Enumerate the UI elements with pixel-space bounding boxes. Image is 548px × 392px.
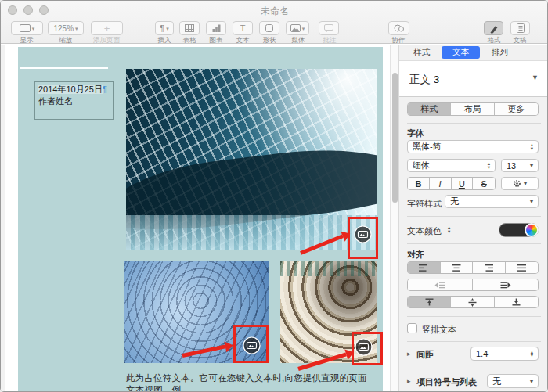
table-icon	[185, 24, 194, 32]
vertical-scrollbar[interactable]	[390, 45, 399, 392]
disclosure-triangle-icon[interactable]: ▸	[407, 377, 411, 385]
color-wheel-icon[interactable]	[525, 223, 539, 237]
annotation-red-box	[233, 325, 269, 363]
chevron-down-icon: ▾	[530, 198, 533, 205]
font-section-label: 字体	[407, 128, 424, 139]
chevron-down-icon: ▾	[530, 162, 533, 169]
outdent-icon	[434, 282, 445, 289]
stepper-icon[interactable]: ▴▾	[531, 351, 533, 358]
align-left-button[interactable]	[408, 262, 441, 273]
photo-placeholder-large[interactable]	[126, 69, 377, 250]
insert-table-button[interactable]	[179, 21, 200, 35]
comment-bubble-icon	[324, 24, 333, 32]
spacing-label: 间距	[416, 349, 434, 361]
photo-detail	[280, 261, 377, 276]
scrollbar-thumb[interactable]	[392, 73, 398, 203]
document-page[interactable]: 2014年10月25日¶ 作者姓名 此为占位符文本。它可在您键入文本时,向您提供…	[18, 47, 383, 392]
collaborate-button[interactable]	[388, 21, 409, 35]
add-page-button[interactable]: +	[91, 21, 123, 35]
paragraph-style-card[interactable]: 正文 3 ▼	[399, 60, 548, 97]
disclosure-triangle-icon[interactable]: ▸	[407, 350, 411, 358]
format-panel-button[interactable]	[484, 21, 503, 35]
spacing-stepper-field[interactable]: 1.4 ▴▾	[470, 347, 539, 361]
plus-icon: +	[104, 23, 110, 34]
collaborate-icon	[394, 24, 405, 32]
author-text: 作者姓名	[38, 95, 110, 107]
segment-style[interactable]: 样式	[408, 103, 451, 115]
annotation-red-box	[352, 332, 383, 365]
stepper-icon[interactable]: ▴▾	[448, 226, 450, 233]
vertical-text-label: 竖排文本	[422, 324, 456, 336]
insert-text-button[interactable]: T	[233, 21, 253, 35]
align-center-button[interactable]	[441, 262, 474, 273]
bar-chart-icon	[212, 24, 221, 32]
font-weight-dropdown[interactable]: 细体 ▴▾	[407, 159, 496, 172]
vertical-text-checkbox[interactable]	[407, 323, 417, 333]
underline-button[interactable]: U	[459, 179, 465, 189]
divider	[407, 341, 541, 342]
strikethrough-button[interactable]: S	[481, 179, 486, 189]
paintbrush-icon	[489, 23, 499, 34]
insert-media-button[interactable]: ▾	[286, 21, 309, 35]
insert-button[interactable]: ¶ ▾	[155, 21, 174, 35]
valign-bottom-icon	[512, 298, 521, 306]
date-author-textbox[interactable]: 2014年10月25日¶ 作者姓名	[34, 81, 114, 120]
font-size-dropdown[interactable]: 13 ▾	[501, 159, 539, 172]
pages-app-window: 未命名 ▾ 显示 125% ▾ 缩放 + 添加页面 ¶ ▾ 插入	[0, 0, 548, 392]
align-center-icon	[452, 264, 461, 272]
zoom-level-button[interactable]: 125% ▾	[48, 21, 84, 35]
chevron-down-icon: ▾	[530, 378, 533, 385]
align-right-icon	[484, 264, 493, 272]
segment-layout[interactable]: 布局	[451, 103, 494, 115]
text-tool-icon: T	[240, 24, 246, 33]
format-panel: 样式 文本 排列 正文 3 ▼ 样式 布局 更多 字体 黑体-简 ▴▾ 细体 ▴…	[399, 45, 548, 392]
font-family-dropdown[interactable]: 黑体-简 ▴▾	[407, 140, 539, 153]
valign-middle-button[interactable]	[451, 297, 494, 307]
char-style-dropdown[interactable]: 无 ▾	[445, 195, 539, 208]
valign-top-button[interactable]	[408, 297, 451, 307]
text-color-swatch[interactable]	[499, 223, 539, 237]
stepper-icon[interactable]: ▴▾	[488, 162, 490, 169]
alignment-section-label: 对齐	[407, 249, 424, 261]
spacing-value: 1.4	[476, 349, 531, 358]
advanced-options-button[interactable]: ▾	[501, 177, 539, 190]
view-options-button[interactable]: ▾	[11, 21, 43, 35]
tab-arrange[interactable]: 排列	[480, 46, 519, 59]
tab-style[interactable]: 样式	[402, 46, 442, 59]
divider	[407, 316, 541, 317]
bold-button[interactable]: B	[415, 179, 421, 189]
placeholder-body-text[interactable]: 此为占位符文本。它可在您键入文本时,向您提供直观的页面文本视图。例 如,您可以看…	[126, 372, 373, 392]
bullets-dropdown[interactable]: 无 ▾	[487, 374, 539, 388]
decrease-indent-button[interactable]	[408, 279, 473, 290]
vertical-align-buttons	[407, 296, 539, 308]
char-style-label: 字符样式	[407, 198, 442, 210]
bullets-value: 无	[492, 376, 530, 387]
valign-bottom-button[interactable]	[495, 297, 538, 307]
italic-button[interactable]: I	[439, 179, 442, 189]
insert-shape-button[interactable]	[259, 21, 279, 35]
left-gutter	[1, 45, 5, 392]
tab-text[interactable]: 文本	[442, 46, 481, 59]
paragraph-style-name: 正文 3	[409, 73, 439, 87]
view-pane-icon	[20, 24, 31, 32]
divider	[407, 123, 541, 124]
window-title: 未命名	[1, 5, 548, 18]
font-size-value: 13	[507, 161, 530, 171]
comment-button[interactable]	[319, 21, 339, 35]
segment-more[interactable]: 更多	[495, 103, 538, 115]
format-panel-tabs: 样式 文本 排列	[402, 46, 519, 59]
increase-indent-button[interactable]	[473, 279, 538, 290]
photo-detail	[126, 215, 377, 250]
align-right-button[interactable]	[473, 262, 506, 273]
chevron-down-icon[interactable]: ▼	[532, 74, 539, 81]
document-setup-button[interactable]	[510, 21, 530, 35]
pilcrow-icon: ¶	[160, 24, 164, 33]
stepper-icon[interactable]: ▴▾	[531, 143, 533, 150]
font-family-value: 黑体-简	[413, 141, 531, 153]
shape-square-icon	[265, 24, 273, 32]
chevron-down-icon: ▾	[302, 26, 305, 31]
insert-chart-button[interactable]	[206, 21, 226, 35]
text-mode-segments: 样式 布局 更多	[407, 102, 539, 116]
divider	[407, 243, 541, 244]
align-justify-button[interactable]	[506, 262, 538, 273]
